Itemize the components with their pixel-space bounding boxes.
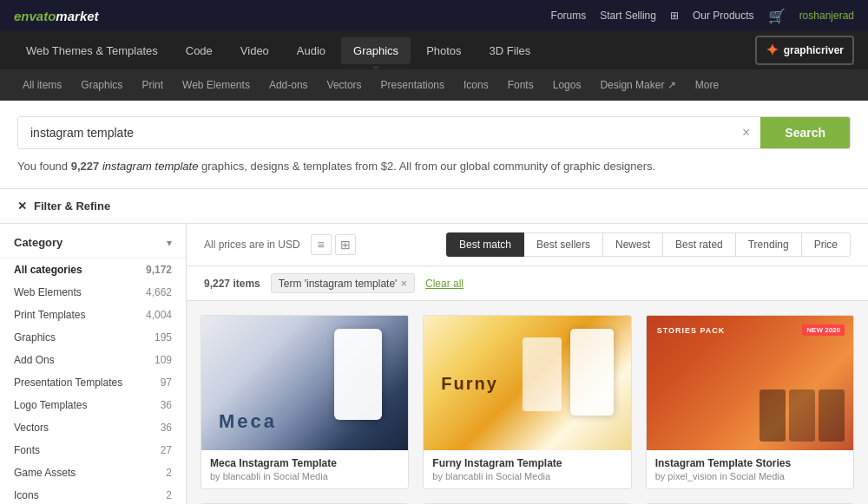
category-presentation[interactable]: Presentation Templates 97 (0, 371, 186, 394)
category-all[interactable]: All categories 9,172 (0, 259, 186, 281)
product-card-stories-top[interactable]: STORIES PACK NEW 2020 Instagram Template… (646, 315, 854, 489)
nav-audio[interactable]: Audio (285, 37, 338, 64)
category-add-ons[interactable]: Add Ons 109 (0, 349, 186, 371)
product-card-furny-top[interactable]: Furny Furny Instagram Template by blanca… (423, 315, 631, 489)
category-label: All categories (14, 264, 82, 276)
subnav-all-items[interactable]: All items (14, 74, 70, 96)
product-author: by blancabli in Social Media (210, 471, 399, 481)
top-bar: envatomarket Forums Start Selling ⊞ Our … (0, 0, 868, 31)
products-area: Meca Meca Instagram Template by blancabl… (187, 301, 868, 504)
filter-refine-button[interactable]: ✕ Filter & Refine (17, 200, 110, 213)
remove-filter-icon[interactable]: × (400, 277, 407, 290)
chevron-down-icon: ▾ (167, 237, 172, 249)
filter-x-icon: ✕ (17, 200, 27, 213)
search-input[interactable] (18, 117, 732, 148)
product-thumbnail-meca: Meca (201, 316, 408, 450)
category-count: 36 (161, 422, 172, 434)
phone-mockup-furny (570, 329, 614, 416)
category-label: Vectors (14, 422, 49, 434)
graphicriver-label: graphicriver (784, 44, 844, 56)
our-products-link[interactable]: Our Products (693, 10, 754, 22)
nav-3d-files[interactable]: 3D Files (477, 37, 543, 64)
category-icons[interactable]: Icons 2 (0, 484, 186, 504)
items-count: 9,227 items (204, 278, 260, 290)
sort-best-sellers[interactable]: Best sellers (523, 232, 603, 257)
product-card-meca-top[interactable]: Meca Meca Instagram Template by blancabl… (201, 315, 409, 489)
graphicriver-badge: ✦ graphicriver (755, 36, 854, 65)
nav-code[interactable]: Code (174, 37, 225, 64)
category-game-assets[interactable]: Game Assets 2 (0, 461, 186, 484)
sort-price[interactable]: Price (801, 232, 851, 257)
subnav-more[interactable]: More (687, 74, 727, 96)
subnav-icons[interactable]: Icons (455, 74, 497, 96)
category-print-templates[interactable]: Print Templates 4,004 (0, 304, 186, 326)
list-view-icon[interactable]: ≡ (311, 234, 332, 255)
filter-refine-label: Filter & Refine (34, 200, 110, 213)
cart-icon[interactable]: 🛒 (768, 8, 786, 24)
subnav-fonts[interactable]: Fonts (499, 74, 542, 96)
subnav-logos[interactable]: Logos (544, 74, 590, 96)
clear-search-icon[interactable]: × (732, 117, 760, 148)
nav-photos[interactable]: Photos (414, 37, 473, 64)
product-author: by blancabli in Social Media (432, 471, 621, 481)
phone-mockup-furny2 (523, 337, 562, 411)
nav-web-themes[interactable]: Web Themes & Templates (14, 37, 170, 64)
sort-newest[interactable]: Newest (602, 232, 663, 257)
subnav-design-maker[interactable]: Design Maker ↗ (591, 74, 684, 96)
category-fonts[interactable]: Fonts 27 (0, 439, 186, 461)
category-count: 9,172 (146, 264, 172, 276)
main-nav: Web Themes & Templates Code Video Audio … (0, 31, 868, 69)
category-label: Fonts (14, 444, 40, 456)
sort-best-match[interactable]: Best match (446, 232, 524, 257)
sidebar: Category ▾ All categories 9,172 Web Elem… (0, 224, 187, 504)
start-selling-link[interactable]: Start Selling (600, 10, 656, 22)
grid-view-icon[interactable]: ⊞ (335, 234, 356, 255)
product-title: Furny Instagram Template (432, 457, 621, 469)
subnav-add-ons[interactable]: Add-ons (260, 74, 317, 96)
product-title: Meca Instagram Template (210, 457, 399, 469)
sort-tabs: Best match Best sellers Newest Best rate… (447, 232, 851, 257)
category-count: 195 (155, 331, 172, 344)
category-label: Logo Templates (14, 399, 88, 411)
category-logo[interactable]: Logo Templates 36 (0, 394, 186, 416)
forums-link[interactable]: Forums (551, 10, 587, 22)
category-header[interactable]: Category ▾ (0, 224, 186, 259)
category-label: Game Assets (14, 467, 76, 479)
top-bar-right: Forums Start Selling ⊞ Our Products 🛒 ro… (551, 8, 854, 24)
gr-logo-icon: ✦ (766, 41, 779, 60)
category-label: Presentation Templates (14, 376, 122, 389)
logo[interactable]: envatomarket (14, 9, 99, 23)
price-note: All prices are in USD (204, 239, 300, 251)
search-bar: × Search (17, 116, 851, 149)
subnav-print[interactable]: Print (133, 74, 172, 96)
category-label: Print Templates (14, 309, 85, 321)
products-grid: Meca Meca Instagram Template by blancabl… (201, 315, 854, 504)
category-label: Graphics (14, 331, 56, 344)
subnav-presentations[interactable]: Presentations (372, 74, 453, 96)
category-label: Add Ons (14, 354, 55, 366)
category-count: 2 (166, 489, 172, 501)
results-text: You found 9,227 instagram template graph… (17, 160, 851, 173)
main-layout: Category ▾ All categories 9,172 Web Elem… (0, 224, 868, 504)
product-info: Furny Instagram Template by blancabli in… (424, 450, 630, 488)
category-title: Category (14, 236, 62, 249)
category-count: 27 (161, 444, 172, 456)
view-icons: ≡ ⊞ (311, 234, 356, 255)
category-graphics[interactable]: Graphics 195 (0, 326, 186, 349)
nav-video[interactable]: Video (228, 37, 281, 64)
clear-all-button[interactable]: Clear all (425, 278, 464, 290)
subnav-web-elements[interactable]: Web Elements (174, 74, 259, 96)
product-thumbnail-stories: STORIES PACK NEW 2020 (647, 316, 853, 450)
category-web-elements[interactable]: Web Elements 4,662 (0, 281, 186, 304)
sort-best-rated[interactable]: Best rated (662, 232, 736, 257)
filter-bar: ✕ Filter & Refine (0, 189, 868, 224)
nav-graphics[interactable]: Graphics (341, 37, 411, 64)
sort-trending[interactable]: Trending (735, 232, 802, 257)
stories-phones (760, 389, 845, 442)
subnav-vectors[interactable]: Vectors (319, 74, 371, 96)
username[interactable]: roshanjerad (799, 10, 854, 22)
subnav-graphics[interactable]: Graphics (72, 74, 131, 96)
category-count: 2 (166, 467, 172, 479)
category-vectors[interactable]: Vectors 36 (0, 416, 186, 439)
search-button[interactable]: Search (760, 117, 850, 148)
